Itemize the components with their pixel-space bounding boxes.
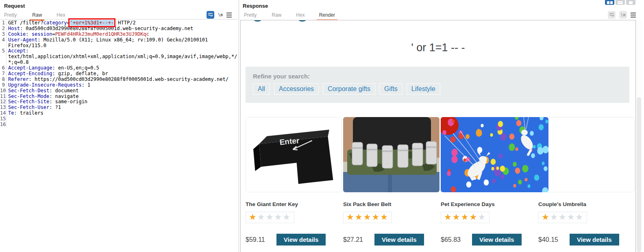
product-card: Pet Experience Days ★★★★★ $65.83 View de…	[441, 117, 537, 245]
product-price: $65.83	[441, 236, 461, 243]
code-line: text/html,application/xhtml+xml,applicat…	[0, 54, 237, 60]
code-line: 13Sec-Fetch-User: ?1	[0, 105, 237, 111]
star-icon: ★	[453, 212, 461, 222]
category-filters: All Accessories Corporate gifts Gifts Li…	[253, 83, 622, 95]
code-line: 5Accept:	[0, 48, 237, 54]
blank-photo	[538, 117, 635, 192]
request-panel-title: Request	[4, 3, 25, 9]
search-term-heading: ' or 1=1 -- -	[241, 41, 635, 54]
star-icon: ★	[346, 212, 355, 222]
star-icon: ★	[372, 212, 380, 222]
menu-icon[interactable]	[631, 13, 636, 17]
tab-response-pretty[interactable]: Pretty	[240, 11, 261, 21]
star-icon: ★	[444, 212, 453, 222]
star-icon: ★	[478, 212, 486, 222]
word-wrap-icon[interactable]	[207, 11, 214, 19]
menu-icon[interactable]	[226, 13, 232, 17]
code-line: 4User-Agent: Mozilla/5.0 (X11; Linux x86…	[0, 37, 237, 43]
tab-response-raw[interactable]: Raw	[268, 11, 285, 21]
newline-toggle-icon[interactable]: \n	[619, 11, 627, 19]
code-line: 8Referer: https://0ad500cd03d2990e80288f…	[0, 77, 237, 83]
word-wrap-icon[interactable]	[608, 11, 616, 19]
star-icon: ★	[355, 212, 363, 222]
filter-gifts[interactable]: Gifts	[379, 83, 402, 95]
star-icon: ★	[559, 212, 567, 222]
product-rating: ★★★★★	[538, 212, 587, 223]
product-name: Six Pack Beer Belt	[343, 201, 439, 208]
star-icon: ★	[380, 212, 389, 222]
star-icon: ★	[249, 212, 257, 222]
product-price: $40.15	[538, 236, 558, 243]
code-line: 7Accept-Encoding: gzip, deflate, br	[0, 71, 237, 77]
code-line: 12Sec-Fetch-Site: same-origin	[0, 99, 237, 105]
newline-toggle-icon[interactable]: \n	[218, 13, 223, 17]
filter-accessories[interactable]: Accessories	[274, 83, 319, 95]
code-line: 1GET /filter?category='+or+1%3d1+--+- HT…	[0, 20, 237, 26]
code-line: 15	[0, 116, 237, 122]
code-line: 2Host: 0ad500cd03d2990e80288f8f0005001d.…	[0, 26, 237, 32]
cut-off-header-element	[254, 20, 261, 22]
product-name: The Giant Enter Key	[246, 201, 342, 208]
svg-text:Enter: Enter	[279, 136, 300, 146]
refine-search-label: Refine your search:	[253, 73, 622, 80]
response-toolbar: \n	[608, 11, 636, 19]
star-icon: ★	[575, 212, 584, 222]
view-details-button[interactable]: View details	[570, 234, 619, 245]
star-icon: ★	[266, 212, 274, 222]
star-icon: ★	[363, 212, 372, 222]
filter-all[interactable]: All	[253, 83, 270, 95]
view-details-button[interactable]: View details	[276, 234, 326, 245]
product-card: Couple's Umbrella ★★★★★ $40.15 View deta…	[538, 117, 635, 245]
dogs-balloons-photo	[441, 117, 548, 192]
code-line: 3Cookie: session=PEWFd4HRk23muM0erd1QHR3…	[0, 32, 237, 37]
star-icon: ★	[257, 212, 266, 222]
product-price: $59.11	[246, 236, 265, 243]
response-render-view: ' or 1=1 -- - Refine your search: All Ac…	[240, 20, 636, 252]
request-toolbar: \n	[207, 11, 232, 19]
tab-response-render[interactable]: Render	[315, 11, 339, 21]
scrollbar-thumb[interactable]	[637, 97, 641, 252]
code-line: 10Sec-Fetch-Dest: document	[0, 88, 237, 94]
sqli-payload-highlight: '+or+1%3d1+--+-	[70, 20, 114, 26]
code-line: 6Accept-Language: en-US,en;q=0.5	[0, 65, 237, 71]
filter-corporate-gifts[interactable]: Corporate gifts	[323, 83, 375, 95]
product-card: Enter The Giant Enter Key ★★★★★ $59.11 V…	[246, 117, 342, 245]
refine-search-section: Refine your search: All Accessories Corp…	[246, 67, 629, 103]
tab-response-hex[interactable]: Hex	[292, 11, 309, 21]
request-panel: Request Pretty Raw Hex \n 1GET /filter?c…	[0, 0, 237, 252]
view-details-button[interactable]: View details	[374, 234, 424, 245]
star-icon: ★	[461, 212, 470, 222]
product-rating: ★★★★★	[246, 212, 294, 223]
giant-enter-key-photo: Enter	[246, 117, 342, 192]
code-line: 14Te: trailers	[0, 111, 237, 116]
star-icon: ★	[550, 212, 559, 222]
filter-lifestyle[interactable]: Lifestyle	[407, 83, 440, 95]
code-line: Firefox/115.0	[0, 43, 237, 49]
code-line: *;q=0.8	[0, 60, 237, 65]
product-name: Pet Experience Days	[441, 201, 537, 208]
code-line: 9Upgrade-Insecure-Requests: 1	[0, 83, 237, 88]
code-line: 16	[0, 122, 237, 128]
star-icon: ★	[274, 212, 283, 222]
star-icon: ★	[283, 212, 291, 222]
product-rating: ★★★★★	[441, 212, 490, 223]
product-rating: ★★★★★	[343, 212, 392, 223]
star-icon: ★	[567, 212, 575, 222]
view-details-button[interactable]: View details	[472, 234, 522, 245]
product-card: Six Pack Beer Belt ★★★★★ $27.21 View det…	[343, 117, 439, 245]
star-icon: ★	[542, 212, 550, 222]
product-price: $27.21	[343, 236, 363, 243]
product-name: Couple's Umbrella	[538, 201, 635, 208]
beer-belt-photo	[343, 117, 439, 192]
code-line: 11Sec-Fetch-Mode: navigate	[0, 94, 237, 100]
response-panel-title: Response	[243, 3, 268, 9]
request-raw-editor[interactable]: 1GET /filter?category='+or+1%3d1+--+- HT…	[0, 20, 237, 128]
response-scrollbar[interactable]	[636, 20, 642, 252]
cut-off-header-element	[299, 20, 306, 22]
star-icon: ★	[469, 212, 478, 222]
